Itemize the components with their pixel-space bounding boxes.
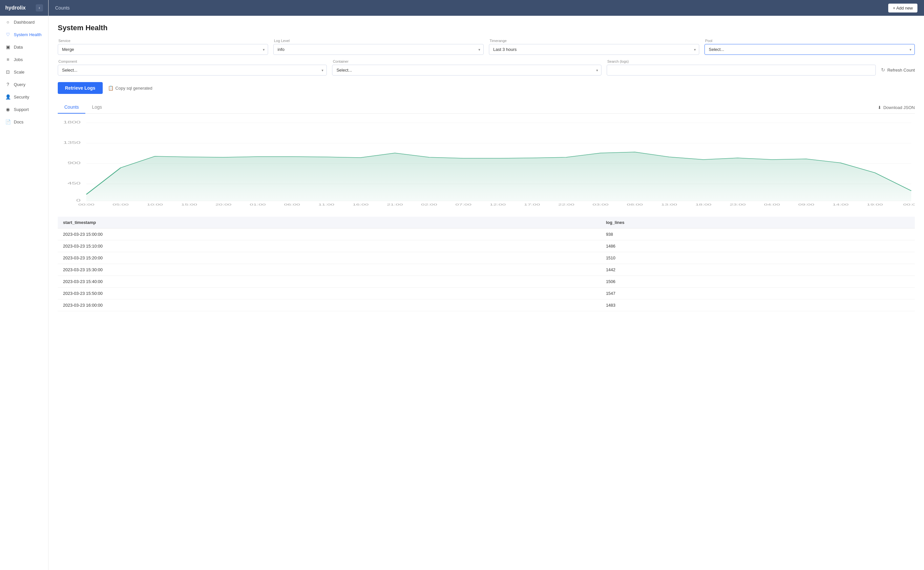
svg-text:00:00: 00:00 xyxy=(78,203,95,205)
svg-text:1350: 1350 xyxy=(63,141,80,144)
tabs-row: Counts Logs ⬇ Download JSON xyxy=(58,102,915,113)
svg-text:1800: 1800 xyxy=(63,120,80,124)
pool-label: Pool xyxy=(705,39,915,43)
svg-text:11:00: 11:00 xyxy=(318,203,334,205)
cell-start-timestamp: 2023-03-23 15:20:00 xyxy=(58,252,601,264)
sidebar-item-docs-label: Docs xyxy=(14,120,24,124)
pool-select[interactable]: Select... xyxy=(704,44,915,55)
service-select[interactable]: Merge Ingest Query xyxy=(58,44,268,55)
container-select-wrap: Select... ▾ xyxy=(332,65,601,75)
copy-sql-button[interactable]: 📋 Copy sql generated xyxy=(108,85,153,90)
search-input[interactable] xyxy=(607,65,876,75)
container-select[interactable]: Select... xyxy=(332,65,601,75)
refresh-icon: ↻ xyxy=(881,67,885,73)
timerange-select[interactable]: Last 1 hour Last 3 hours Last 6 hours La… xyxy=(489,44,699,55)
svg-text:19:00: 19:00 xyxy=(867,203,883,205)
tab-logs[interactable]: Logs xyxy=(85,102,108,113)
cell-log-lines: 1547 xyxy=(601,288,915,299)
sidebar-header: hydrolix ‹ xyxy=(0,0,48,16)
refresh-count-label: Refresh Count xyxy=(887,67,915,72)
chart-area: 1800 1350 900 450 0 xyxy=(58,120,915,207)
table-header-row: start_timestamp log_lines xyxy=(58,217,915,228)
svg-text:18:00: 18:00 xyxy=(695,203,712,205)
svg-text:16:00: 16:00 xyxy=(353,203,368,205)
sidebar-item-query[interactable]: ? Query xyxy=(0,78,48,90)
chart-svg: 1800 1350 900 450 0 xyxy=(58,120,915,205)
sidebar-item-support-label: Support xyxy=(14,107,29,112)
component-filter-group: Component Select... ▾ xyxy=(58,60,327,75)
timerange-label: Timerange xyxy=(490,39,699,43)
col-log-lines: log_lines xyxy=(601,217,915,228)
search-filter-group: Search (logs) xyxy=(607,60,876,75)
sidebar-item-dashboard-label: Dashboard xyxy=(14,20,35,25)
scale-icon: ⊡ xyxy=(5,69,11,75)
component-select[interactable]: Select... xyxy=(58,65,327,75)
log-level-select[interactable]: info debug warn error xyxy=(273,44,484,55)
svg-text:22:00: 22:00 xyxy=(558,203,574,205)
table-row: 2023-03-23 15:10:001486 xyxy=(58,241,915,252)
page-title: System Health xyxy=(58,24,915,32)
cell-start-timestamp: 2023-03-23 15:10:00 xyxy=(58,241,601,252)
col-start-timestamp: start_timestamp xyxy=(58,217,601,228)
system-health-icon: ♡ xyxy=(5,32,11,37)
log-level-label: Log Level xyxy=(274,39,484,43)
topbar-title: Counts xyxy=(55,5,70,11)
svg-text:02:00: 02:00 xyxy=(421,203,437,205)
svg-text:12:00: 12:00 xyxy=(490,203,506,205)
cell-log-lines: 1510 xyxy=(601,252,915,264)
sidebar-item-data[interactable]: ▣ Data xyxy=(0,41,48,53)
tab-counts[interactable]: Counts xyxy=(58,102,85,113)
cell-start-timestamp: 2023-03-23 15:40:00 xyxy=(58,276,601,288)
sidebar-item-system-health[interactable]: ♡ System Health xyxy=(0,28,48,41)
download-json-button[interactable]: ⬇ Download JSON xyxy=(878,105,915,110)
cell-start-timestamp: 2023-03-23 16:00:00 xyxy=(58,299,601,311)
table-body: 2023-03-23 15:00:009382023-03-23 15:10:0… xyxy=(58,228,915,311)
sidebar: hydrolix ‹ ○ Dashboard ♡ System Health ▣… xyxy=(0,0,49,570)
svg-text:900: 900 xyxy=(67,161,81,165)
copy-sql-label: Copy sql generated xyxy=(116,86,153,90)
sidebar-item-scale[interactable]: ⊡ Scale xyxy=(0,66,48,78)
table-row: 2023-03-23 15:30:001442 xyxy=(58,264,915,276)
service-label: Service xyxy=(58,39,268,43)
filters-row-2: Component Select... ▾ Container Select..… xyxy=(58,60,915,75)
cell-start-timestamp: 2023-03-23 15:50:00 xyxy=(58,288,601,299)
jobs-icon: ≡ xyxy=(5,57,11,62)
security-icon: 👤 xyxy=(5,94,11,100)
cell-log-lines: 938 xyxy=(601,228,915,241)
pool-filter-group: Pool Select... ▾ xyxy=(704,39,915,55)
svg-text:15:00: 15:00 xyxy=(181,203,197,205)
support-icon: ◉ xyxy=(5,107,11,112)
cell-log-lines: 1483 xyxy=(601,299,915,311)
dashboard-icon: ○ xyxy=(5,19,11,25)
add-new-button[interactable]: + Add new xyxy=(888,4,918,12)
svg-text:05:00: 05:00 xyxy=(113,203,128,205)
svg-text:21:00: 21:00 xyxy=(387,203,403,205)
sidebar-item-system-health-label: System Health xyxy=(14,32,42,37)
sidebar-item-security[interactable]: 👤 Security xyxy=(0,90,48,103)
container-label: Container xyxy=(333,60,601,63)
sidebar-item-scale-label: Scale xyxy=(14,70,24,75)
data-icon: ▣ xyxy=(5,44,11,50)
sidebar-item-jobs[interactable]: ≡ Jobs xyxy=(0,53,48,66)
action-row: Retrieve Logs 📋 Copy sql generated xyxy=(58,82,915,94)
cell-log-lines: 1506 xyxy=(601,276,915,288)
container-filter-group: Container Select... ▾ xyxy=(332,60,601,75)
refresh-count-button[interactable]: ↻ Refresh Count xyxy=(881,64,915,75)
sidebar-collapse-button[interactable]: ‹ xyxy=(36,4,43,11)
sidebar-item-docs[interactable]: 📄 Docs xyxy=(0,116,48,128)
data-table: start_timestamp log_lines 2023-03-23 15:… xyxy=(58,217,915,311)
table-row: 2023-03-23 15:40:001506 xyxy=(58,276,915,288)
retrieve-logs-button[interactable]: Retrieve Logs xyxy=(58,82,103,94)
log-level-filter-group: Log Level info debug warn error ▾ xyxy=(273,39,484,55)
svg-text:04:00: 04:00 xyxy=(764,203,780,205)
table-row: 2023-03-23 16:00:001483 xyxy=(58,299,915,311)
cell-log-lines: 1442 xyxy=(601,264,915,276)
svg-text:450: 450 xyxy=(67,181,81,185)
sidebar-item-dashboard[interactable]: ○ Dashboard xyxy=(0,16,48,28)
sidebar-item-support[interactable]: ◉ Support xyxy=(0,103,48,116)
table-row: 2023-03-23 15:50:001547 xyxy=(58,288,915,299)
cell-start-timestamp: 2023-03-23 15:00:00 xyxy=(58,228,601,241)
search-input-wrap xyxy=(607,65,876,75)
log-level-select-wrap: info debug warn error ▾ xyxy=(273,44,484,55)
search-label: Search (logs) xyxy=(607,60,876,63)
